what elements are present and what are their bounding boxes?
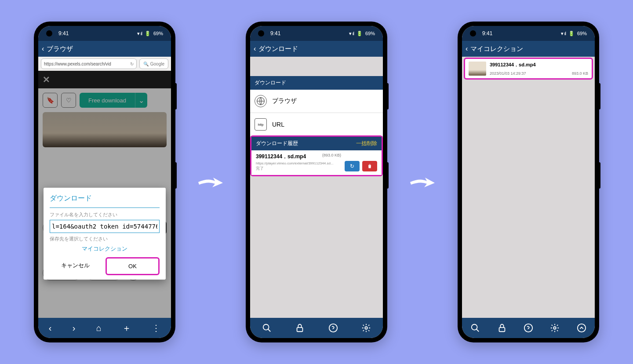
section-download: ダウンロード — [250, 76, 383, 90]
help-icon[interactable] — [328, 323, 338, 333]
battery-icon: 🔋 — [568, 31, 575, 36]
menu-icon[interactable]: ⋮ — [152, 323, 160, 333]
file-name: 399112344．sd.mp4 — [490, 62, 588, 68]
web-content: ✕ 🔖 ♡ Free download ⌄ Lucia... ⊕ Donate … — [38, 71, 171, 318]
battery-icon: 🔋 — [145, 31, 151, 36]
item-info: 399112344．sd.mp4 2023/01/03 14:29:37 893… — [490, 62, 588, 76]
clock: 9:41 — [58, 30, 69, 36]
url-row: https://www.pexels.com/search/vid ↻ 🔍 Go… — [38, 57, 171, 71]
add-tab-icon[interactable]: ＋ — [122, 322, 131, 334]
phone-downloads: 9:41 ▾ ıl 🔋 69% ‹ ダウンロード ダウンロード ブラウザ htt… — [246, 22, 387, 342]
destination-link[interactable]: マイコレクション — [50, 245, 160, 253]
section-history-label: ダウンロード履歴 — [256, 140, 298, 147]
svg-point-5 — [472, 324, 477, 330]
lock-icon[interactable] — [295, 323, 305, 333]
filename-label: ファイル名を入力してください — [50, 211, 160, 218]
url-text: https://www.pexels.com/search/vid — [44, 62, 111, 66]
home-icon[interactable]: ⌂ — [96, 323, 102, 333]
back-icon[interactable]: ‹ — [254, 45, 256, 53]
appbar-title: ブラウザ — [47, 45, 73, 53]
search-icon[interactable] — [470, 323, 480, 333]
svg-rect-2 — [297, 328, 303, 331]
filename-input[interactable] — [50, 220, 160, 233]
dialog-buttons: キャンセル OK — [50, 257, 160, 275]
content: ダウンロード ブラウザ http URL ダウンロード履歴 一括削除 39911… — [250, 57, 383, 318]
screen-2: 9:41 ▾ ıl 🔋 69% ‹ ダウンロード ダウンロード ブラウザ htt… — [250, 26, 383, 338]
signal-icon: ▾ ıl — [561, 31, 566, 36]
clock: 9:41 — [270, 30, 280, 36]
bottom-nav: ‹ › ⌂ ＋ ⋮ — [38, 318, 171, 338]
battery-icon: 🔋 — [357, 31, 363, 36]
status-bar: 9:41 ▾ ıl 🔋 69% — [462, 26, 595, 41]
collection-item[interactable]: 399112344．sd.mp4 2023/01/03 14:29:37 893… — [464, 58, 593, 80]
dialog-title: ダウンロード — [50, 194, 160, 208]
download-dialog: ダウンロード ファイル名を入力してください 保存先を選択してください マイコレク… — [44, 188, 166, 280]
appbar: ‹ マイコレクション — [462, 41, 595, 57]
file-size: 893.0 KB — [572, 71, 588, 76]
back-icon[interactable]: ‹ — [42, 45, 44, 53]
search-icon: 🔍 — [143, 62, 149, 66]
globe-icon — [255, 95, 267, 107]
url-input[interactable]: https://www.pexels.com/search/vid ↻ — [41, 58, 137, 69]
bottom-bar — [462, 318, 595, 338]
reload-button[interactable]: ↻ — [345, 161, 360, 171]
clock: 9:41 — [482, 30, 492, 36]
signal-icon: ▾ ıl — [349, 31, 354, 36]
svg-point-4 — [365, 327, 368, 329]
lock-icon[interactable] — [497, 323, 507, 333]
history-item[interactable]: 399112344．sd.mp4 (893.0 KB) https://play… — [251, 150, 382, 175]
svg-point-3 — [329, 324, 337, 332]
help-icon[interactable] — [524, 323, 533, 333]
ok-button[interactable]: OK — [106, 257, 160, 275]
appbar: ‹ ダウンロード — [250, 41, 383, 57]
back-icon[interactable]: ‹ — [466, 45, 468, 53]
menu-browser[interactable]: ブラウザ — [250, 90, 383, 113]
section-download-label: ダウンロード — [255, 79, 286, 87]
file-size: (893.0 KB) — [322, 153, 341, 157]
appbar: ‹ ブラウザ — [38, 41, 171, 57]
appbar-title: マイコレクション — [470, 45, 523, 53]
phone-browser: 9:41 ▾ ıl 🔋 69% ‹ ブラウザ https://www.pexel… — [34, 22, 175, 342]
svg-point-1 — [263, 324, 269, 330]
camera-hole — [258, 30, 264, 36]
destination-label: 保存先を選択してください — [50, 236, 160, 242]
bottom-bar — [250, 318, 383, 338]
phone-collection: 9:41 ▾ ıl 🔋 69% ‹ マイコレクション 399112344．sd.… — [458, 22, 599, 342]
bulk-delete-link[interactable]: 一括削除 — [356, 140, 377, 147]
google-label: Google — [150, 62, 164, 66]
menu-browser-label: ブラウザ — [272, 97, 297, 105]
spacer — [250, 57, 383, 76]
back-nav-icon[interactable]: ‹ — [49, 323, 52, 333]
reload-icon[interactable]: ↻ — [130, 62, 134, 66]
forward-nav-icon[interactable]: › — [73, 323, 76, 333]
thumbnail — [469, 62, 486, 76]
status-bar: 9:41 ▾ ıl 🔋 69% — [250, 26, 383, 41]
signal-icon: ▾ ıl — [137, 31, 142, 36]
status-bar: 9:41 ▾ ıl 🔋 69% — [38, 26, 171, 41]
section-history: ダウンロード履歴 一括削除 — [251, 137, 382, 150]
file-name: 399112344．sd.mp4 — [256, 153, 377, 160]
search-icon[interactable] — [262, 323, 272, 333]
battery-pct: 69% — [153, 31, 163, 36]
gear-icon[interactable] — [550, 323, 560, 333]
status-icons: ▾ ıl 🔋 69% — [561, 31, 587, 36]
screen-3: 9:41 ▾ ıl 🔋 69% ‹ マイコレクション 399112344．sd.… — [462, 26, 595, 338]
menu-url[interactable]: http URL — [250, 113, 383, 136]
svg-rect-6 — [499, 328, 505, 331]
gear-icon[interactable] — [361, 323, 371, 333]
camera-hole — [46, 30, 52, 36]
menu-url-label: URL — [272, 121, 284, 128]
status-icons: ▾ ıl 🔋 69% — [349, 31, 375, 36]
chevron-up-circle-icon[interactable] — [577, 323, 586, 333]
file-date: 2023/01/03 14:29:37 — [490, 71, 526, 76]
status-icons: ▾ ıl 🔋 69% — [137, 31, 163, 36]
cancel-button[interactable]: キャンセル — [50, 257, 101, 275]
http-icon: http — [255, 118, 267, 131]
item-actions: ↻ — [345, 161, 377, 171]
delete-button[interactable] — [362, 161, 377, 171]
svg-point-9 — [578, 324, 586, 332]
google-search[interactable]: 🔍 Google — [139, 58, 168, 69]
svg-point-8 — [554, 327, 557, 329]
battery-pct: 69% — [365, 31, 375, 36]
screen-1: 9:41 ▾ ıl 🔋 69% ‹ ブラウザ https://www.pexel… — [38, 26, 171, 338]
